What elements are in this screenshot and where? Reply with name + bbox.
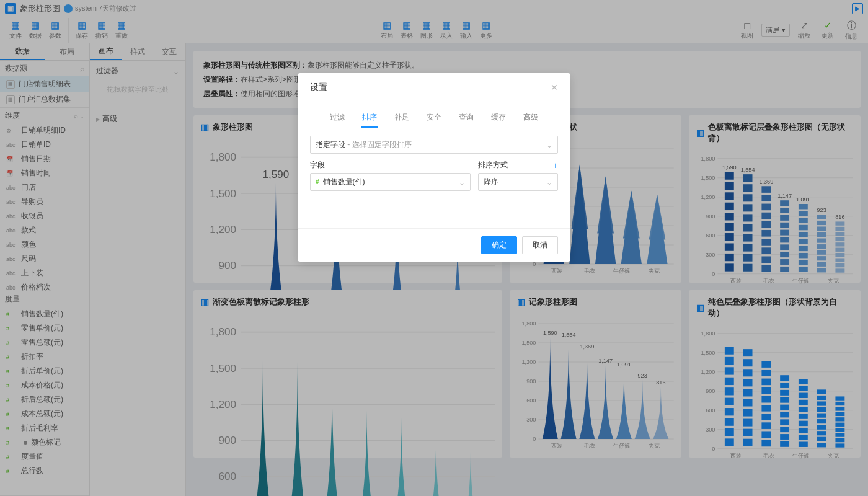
fixed-field-select[interactable]: 指定字段 - 选择固定字段排序 ⌄	[310, 136, 558, 154]
modal-title: 设置	[310, 82, 327, 93]
modal-tab-安全[interactable]: 安全	[425, 108, 443, 128]
modal-overlay[interactable]: 设置 ✕ 过滤排序补足安全查询缓存高级 指定字段 - 选择固定字段排序 ⌄ 字段…	[0, 0, 868, 496]
add-sort-icon[interactable]: +	[553, 161, 558, 170]
field-select[interactable]: #销售数量(件)⌄	[310, 173, 471, 191]
sort-label: 排序方式	[478, 160, 508, 170]
modal-tab-高级[interactable]: 高级	[522, 108, 539, 128]
modal-tab-过滤[interactable]: 过滤	[329, 108, 346, 128]
modal-tab-缓存[interactable]: 缓存	[490, 108, 507, 128]
modal-tab-查询[interactable]: 查询	[458, 108, 475, 128]
sort-select[interactable]: 降序⌄	[478, 173, 558, 191]
field-label: 字段	[310, 160, 325, 170]
modal-tab-补足[interactable]: 补足	[393, 108, 410, 128]
ok-button[interactable]: 确定	[481, 236, 517, 254]
close-icon[interactable]: ✕	[551, 82, 558, 92]
cancel-button[interactable]: 取消	[522, 236, 558, 254]
modal-tab-排序[interactable]: 排序	[361, 108, 378, 128]
settings-modal: 设置 ✕ 过滤排序补足安全查询缓存高级 指定字段 - 选择固定字段排序 ⌄ 字段…	[298, 73, 570, 262]
